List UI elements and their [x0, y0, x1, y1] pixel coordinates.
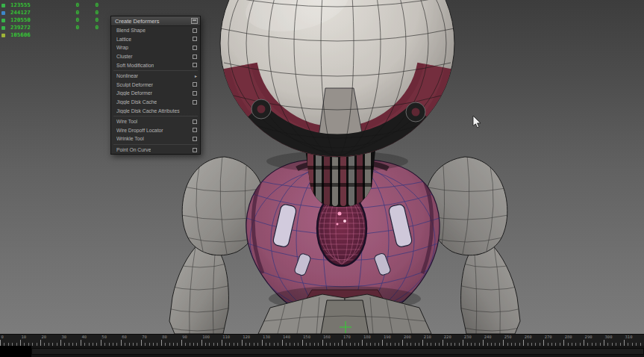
range-slider-handle[interactable]	[0, 346, 31, 357]
menu-item-sculpt-deformer[interactable]: Sculpt Deformer	[111, 81, 200, 90]
option-box-icon[interactable]	[193, 119, 197, 124]
hud-value: 239272	[10, 24, 46, 31]
timeline-tick-label: 170	[343, 335, 351, 339]
timeline-tick-label: 30	[61, 335, 66, 339]
option-box-icon[interactable]	[193, 128, 197, 132]
menu-item-point-on-curve[interactable]: Point On Curve	[111, 146, 200, 155]
menu-separator	[113, 144, 198, 145]
menu-item-jiggle-deformer[interactable]: Jiggle Deformer	[111, 89, 200, 98]
timeline-tick	[584, 340, 584, 346]
maya-application-window: 12355500244127001205500023927200105606 C…	[0, 0, 644, 357]
option-box-icon[interactable]	[193, 37, 197, 41]
option-box-icon[interactable]	[193, 63, 197, 67]
menu-item-jiggle-disk-cache-attributes[interactable]: Jiggle Disk Cache Attributes	[111, 106, 200, 115]
timeline-tick	[402, 340, 403, 346]
timeline-tick-label: 120	[243, 335, 250, 339]
menu-item-label: Wire Tool	[116, 119, 137, 124]
timeline-tick	[242, 340, 243, 346]
menu-item-label: Jiggle Deformer	[116, 90, 152, 96]
hud-value: 0	[46, 24, 79, 31]
timeline-tick	[181, 340, 182, 346]
robot-head[interactable]	[220, 0, 454, 157]
range-slider-track[interactable]	[31, 348, 644, 355]
timeline-tick	[322, 340, 323, 346]
timeline-tick-label: 110	[222, 335, 230, 339]
option-box-icon[interactable]	[193, 148, 197, 152]
robot-pelvis[interactable]	[258, 286, 431, 334]
timeline-tick	[382, 340, 383, 346]
robot-arm-right[interactable]	[458, 242, 525, 334]
timeline-tick-label: 130	[263, 335, 270, 339]
timeline-tick	[342, 340, 343, 346]
hud-row-marker-icon	[1, 19, 5, 22]
option-box-icon[interactable]	[193, 55, 197, 59]
menu-title-bar[interactable]: Create Deformers	[111, 16, 200, 26]
timeline-tick-label: 100	[202, 335, 210, 339]
option-box-icon[interactable]	[193, 82, 197, 87]
timeline-tick-label: 260	[525, 335, 532, 339]
viewport-3d[interactable]: 12355500244127001205500023927200105606 C…	[0, 0, 644, 334]
hud-row: 105606	[1, 31, 99, 39]
option-box-icon[interactable]	[193, 100, 197, 105]
timeline-tick	[121, 340, 122, 346]
timeline-tick	[282, 340, 283, 346]
menu-tearoff-icon[interactable]	[191, 18, 198, 24]
menu-title: Create Deformers	[115, 18, 160, 25]
time-slider[interactable]: 0102030405060708090100110120130140150160…	[0, 334, 644, 346]
option-box-icon[interactable]	[193, 91, 197, 96]
hud-value: 120550	[10, 16, 46, 24]
timeline-tick	[302, 340, 303, 346]
time-slider-ruler[interactable]: 0102030405060708090100110120130140150160…	[0, 335, 644, 346]
menu-item-label: Cluster	[116, 54, 133, 59]
range-slider[interactable]	[0, 346, 644, 357]
menu-item-blend-shape[interactable]: Blend Shape	[111, 26, 200, 35]
timeline-tick	[543, 340, 544, 346]
timeline-tick-label: 20	[41, 335, 46, 339]
timeline-tick	[201, 340, 202, 346]
timeline-tick-label: 230	[464, 335, 472, 339]
timeline-tick-label: 280	[565, 335, 572, 339]
timeline-tick	[60, 340, 61, 346]
menu-separator	[113, 116, 198, 117]
timeline-tick	[0, 340, 1, 346]
hud-row: 23927200	[1, 24, 99, 31]
menu-item-nonlinear[interactable]: Nonlinear▸	[111, 72, 200, 81]
option-box-icon[interactable]	[193, 28, 197, 33]
menu-item-wrinkle-tool[interactable]: Wrinkle Tool	[111, 134, 200, 143]
menu-item-lattice[interactable]: Lattice	[111, 35, 200, 44]
timeline-tick	[20, 340, 21, 346]
timeline-tick-label: 240	[484, 335, 492, 339]
menu-item-label: Wrap	[116, 45, 128, 50]
timeline-tick	[141, 340, 142, 346]
hud-row-marker-icon	[1, 11, 5, 15]
hud-value: 0	[79, 16, 99, 24]
option-box-icon[interactable]	[193, 46, 197, 50]
menu-item-label: Wire Dropoff Locator	[116, 128, 163, 133]
menu-item-jiggle-disk-cache[interactable]: Jiggle Disk Cache	[111, 98, 200, 107]
hud-value: 0	[46, 1, 79, 9]
hud-value: 123555	[10, 1, 46, 9]
timeline-tick-label: 200	[404, 335, 411, 339]
hud-value: 0	[46, 9, 79, 16]
timeline-tick	[483, 340, 484, 346]
timeline-tick-label: 250	[504, 335, 512, 339]
timeline-tick	[503, 340, 504, 346]
menu-item-label: Jiggle Disk Cache Attributes	[116, 108, 180, 114]
menu-item-label: Nonlinear	[116, 73, 138, 78]
head-ear-left	[251, 99, 271, 119]
menu-item-soft-modification[interactable]: Soft Modification	[111, 60, 200, 69]
robot-arm-left[interactable]	[164, 242, 231, 334]
timeline-tick	[81, 340, 81, 346]
menu-item-wrap[interactable]: Wrap	[111, 43, 200, 52]
option-box-icon[interactable]	[193, 137, 197, 141]
timeline-tick	[443, 340, 443, 346]
menu-item-cluster[interactable]: Cluster	[111, 52, 200, 61]
menu-item-label: Soft Modification	[116, 63, 154, 68]
menu-item-wire-dropoff-locator[interactable]: Wire Dropoff Locator	[111, 126, 200, 135]
create-deformers-menu: Create Deformers Blend ShapeLatticeWrapC…	[110, 16, 201, 155]
hud-row-marker-icon	[1, 4, 5, 7]
menu-item-wire-tool[interactable]: Wire Tool	[111, 117, 200, 126]
timeline-tick	[463, 340, 463, 346]
robot-model-canvas[interactable]	[0, 0, 644, 334]
menu-item-label: Point On Curve	[116, 147, 151, 152]
